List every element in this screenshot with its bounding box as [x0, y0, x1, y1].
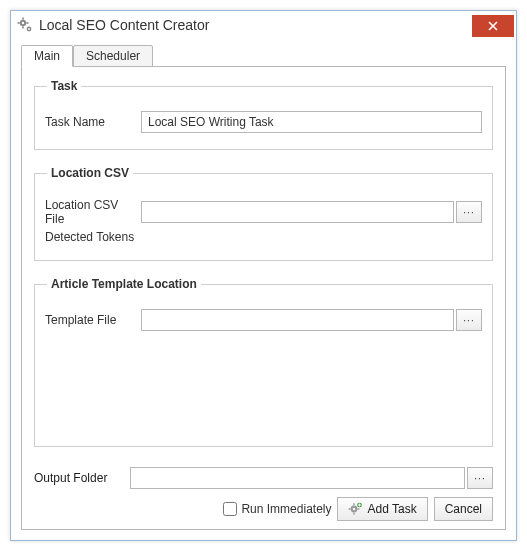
output-folder-browse-button[interactable]: ··· [467, 467, 493, 489]
dialog-window: Local SEO Content Creator Main Scheduler… [10, 10, 517, 541]
output-folder-label: Output Folder [34, 471, 130, 485]
window-title: Local SEO Content Creator [39, 17, 472, 33]
tabpanel-main: Task Task Name Location CSV Location CSV… [21, 66, 506, 530]
svg-rect-4 [18, 22, 20, 24]
template-file-input[interactable] [141, 309, 454, 331]
group-task: Task Task Name [34, 79, 493, 150]
run-immediately-label: Run Immediately [241, 502, 331, 516]
template-file-label: Template File [45, 313, 141, 327]
svg-rect-2 [22, 18, 24, 20]
run-immediately-checkbox[interactable] [223, 502, 237, 516]
cancel-button-label: Cancel [445, 502, 482, 516]
location-csv-file-label: Location CSV File [45, 198, 141, 226]
tab-scheduler[interactable]: Scheduler [73, 45, 153, 67]
svg-point-9 [353, 508, 355, 510]
location-csv-file-input[interactable] [141, 201, 454, 223]
detected-tokens-label: Detected Tokens [45, 230, 134, 244]
footer: Run Immediately [34, 497, 493, 521]
gears-icon [17, 17, 33, 33]
add-task-button[interactable]: Add Task [337, 497, 427, 521]
svg-point-1 [22, 22, 24, 24]
titlebar: Local SEO Content Creator [11, 11, 516, 39]
output-row: Output Folder ··· [34, 467, 493, 489]
output-folder-input[interactable] [130, 467, 465, 489]
close-button[interactable] [472, 15, 514, 37]
group-location-csv-legend: Location CSV [47, 166, 133, 180]
svg-rect-13 [358, 508, 360, 509]
task-name-input[interactable] [141, 111, 482, 133]
cancel-button[interactable]: Cancel [434, 497, 493, 521]
svg-rect-3 [22, 26, 24, 28]
task-name-label: Task Name [45, 115, 141, 129]
tabstrip: Main Scheduler [21, 43, 506, 67]
group-task-legend: Task [47, 79, 81, 93]
group-location-csv: Location CSV Location CSV File ··· Detec… [34, 166, 493, 261]
add-task-button-label: Add Task [367, 502, 416, 516]
content-area: Main Scheduler Task Task Name Location C… [11, 39, 516, 540]
template-file-browse-button[interactable]: ··· [456, 309, 482, 331]
group-article-template-legend: Article Template Location [47, 277, 201, 291]
svg-rect-5 [26, 22, 28, 24]
svg-rect-16 [358, 505, 361, 506]
location-csv-browse-button[interactable]: ··· [456, 201, 482, 223]
group-article-template: Article Template Location Template File … [34, 277, 493, 447]
svg-point-7 [28, 28, 30, 30]
svg-rect-10 [354, 503, 355, 505]
tab-main[interactable]: Main [21, 45, 73, 67]
gear-plus-icon [348, 502, 362, 516]
run-immediately-checkbox-wrapper[interactable]: Run Immediately [223, 502, 331, 516]
svg-rect-11 [354, 513, 355, 515]
svg-rect-12 [349, 508, 351, 509]
